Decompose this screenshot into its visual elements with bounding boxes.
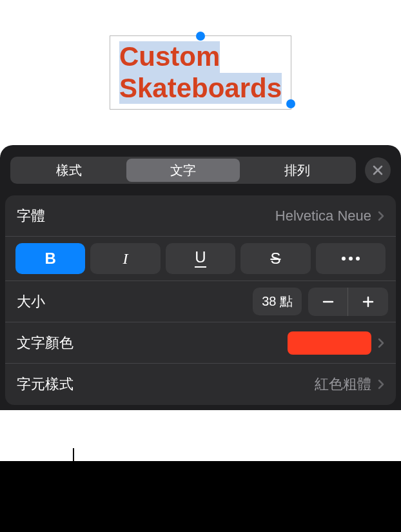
plus-icon	[362, 295, 375, 308]
chevron-right-icon	[378, 211, 384, 221]
size-row: 大小 38 點	[5, 281, 396, 322]
selected-text-box[interactable]: Custom Skateboards	[110, 35, 291, 110]
italic-button[interactable]: I	[90, 243, 160, 274]
underline-glyph: U	[195, 250, 206, 268]
more-styles-button[interactable]	[316, 243, 386, 274]
character-style-row[interactable]: 字元樣式 紅色粗體	[5, 364, 396, 405]
size-stepper	[308, 288, 388, 316]
text-color-row[interactable]: 文字顏色	[5, 322, 396, 364]
format-panel: 樣式 文字 排列 字體 Helvetica Neue B I U S 大小	[0, 145, 401, 410]
strike-glyph: S	[270, 250, 280, 268]
close-button[interactable]	[365, 157, 391, 183]
character-style-value: 紅色粗體	[315, 375, 371, 394]
underline-button[interactable]: U	[166, 243, 235, 274]
tab-arrange[interactable]: 排列	[240, 159, 354, 182]
size-value[interactable]: 38 點	[253, 288, 302, 315]
bold-button[interactable]: B	[15, 243, 85, 274]
panel-header: 樣式 文字 排列	[0, 145, 401, 195]
chevron-right-icon	[378, 338, 384, 348]
tab-segmented-control: 樣式 文字 排列	[10, 157, 356, 184]
font-value: Helvetica Neue	[275, 208, 371, 224]
size-decrement-button[interactable]	[308, 288, 348, 316]
strikethrough-button[interactable]: S	[240, 243, 310, 274]
tab-style[interactable]: 樣式	[12, 159, 126, 182]
text-line-2: Skateboards	[119, 73, 282, 104]
chevron-right-icon	[378, 379, 384, 389]
font-label: 字體	[17, 206, 275, 226]
ellipsis-icon	[342, 257, 360, 261]
callout-background	[0, 461, 401, 532]
canvas-area: Custom Skateboards	[0, 0, 401, 145]
callout-pointer-line	[73, 448, 74, 532]
size-increment-button[interactable]	[348, 288, 388, 316]
settings-list: 字體 Helvetica Neue B I U S 大小 38 點	[5, 195, 396, 405]
tab-text[interactable]: 文字	[126, 159, 240, 182]
text-style-row: B I U S	[5, 237, 396, 281]
text-color-label: 文字顏色	[17, 333, 288, 353]
minus-icon	[322, 295, 335, 308]
selection-handle-top[interactable]	[196, 32, 205, 41]
color-swatch[interactable]	[288, 331, 371, 355]
selection-handle-bottom-right[interactable]	[286, 99, 295, 108]
text-content[interactable]: Custom Skateboards	[119, 41, 282, 104]
close-icon	[373, 165, 383, 175]
font-row[interactable]: 字體 Helvetica Neue	[5, 195, 396, 237]
size-label: 大小	[17, 292, 253, 311]
character-style-label: 字元樣式	[17, 375, 315, 394]
text-line-1: Custom	[119, 41, 220, 72]
